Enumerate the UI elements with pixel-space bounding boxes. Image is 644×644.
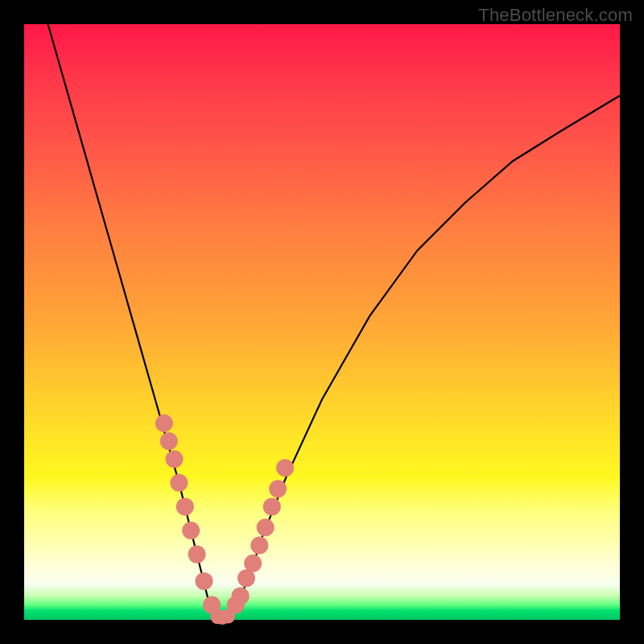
outer-frame: TheBottleneck.com	[0, 0, 644, 644]
data-marker	[244, 555, 262, 572]
marker-layer	[155, 415, 294, 625]
data-marker	[160, 432, 178, 450]
watermark-text: TheBottleneck.com	[478, 5, 633, 26]
plot-area	[24, 24, 620, 620]
bottleneck-curve	[48, 24, 620, 620]
data-marker	[276, 459, 294, 477]
data-marker	[263, 497, 281, 515]
data-marker	[155, 415, 173, 432]
data-marker	[257, 518, 275, 536]
data-marker	[176, 497, 194, 515]
chart-svg	[24, 24, 620, 620]
data-marker	[182, 522, 200, 539]
data-marker	[250, 537, 268, 555]
data-marker	[166, 450, 184, 468]
data-marker	[196, 572, 213, 590]
data-marker	[232, 587, 250, 605]
data-marker	[269, 480, 287, 497]
data-marker	[188, 546, 206, 564]
data-marker	[170, 474, 188, 492]
curve-layer	[48, 24, 620, 620]
data-marker	[221, 609, 235, 624]
